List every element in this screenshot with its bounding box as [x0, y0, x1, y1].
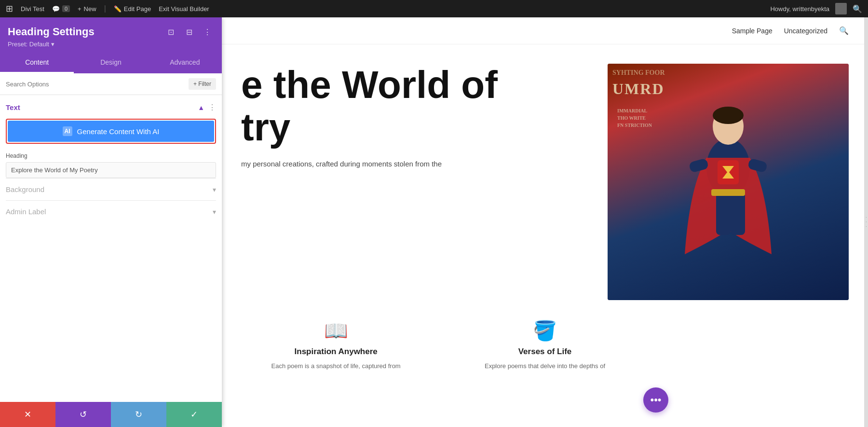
nav-sample-page[interactable]: Sample Page	[732, 27, 773, 35]
hero-image: SYHTING FOOR UMRD Immardial tho write fn…	[608, 64, 849, 300]
card-verses-icon: 🪣	[533, 319, 557, 342]
admin-label-header[interactable]: Admin Label ▾	[6, 207, 216, 216]
admin-bar-right: Howdy, writtenbyekta 🔍	[770, 3, 862, 14]
card-verses: 🪣 Verses of Life Explore poems that delv…	[450, 319, 639, 371]
admin-label-chevron-icon: ▾	[213, 208, 216, 216]
action-bar: ✕ ↺ ↻ ✓	[0, 402, 222, 427]
card-inspiration-icon: 📖	[324, 319, 348, 342]
admin-label-section: Admin Label ▾	[6, 200, 216, 222]
svg-rect-4	[716, 192, 731, 235]
text-section-header: Text ▲ ⋮	[6, 103, 216, 112]
site-header: Sample Page Uncategorized 🔍	[222, 17, 868, 44]
page-content: Sample Page Uncategorized 🔍 e the World …	[222, 17, 868, 427]
hero-description: my personal creations, crafted during mo…	[241, 158, 482, 170]
comments-link[interactable]: 💬 0	[52, 5, 70, 13]
edit-page-link[interactable]: ✏️ Edit Page	[114, 5, 151, 13]
new-link[interactable]: + New	[78, 5, 96, 13]
card-inspiration-desc: Each poem is a snapshot of life, capture…	[271, 361, 401, 371]
redo-button[interactable]: ↻	[111, 402, 166, 427]
filter-button[interactable]: + Filter	[189, 78, 216, 90]
search-bar: + Filter	[0, 73, 222, 95]
superman-figure	[675, 90, 781, 274]
fullscreen-icon[interactable]: ⊡	[164, 25, 177, 39]
panel-content: Text ▲ ⋮ AI Generate Content With AI Hea…	[0, 95, 222, 402]
card-inspiration-title: Inspiration Anywhere	[295, 347, 378, 357]
tab-advanced[interactable]: Advanced	[148, 53, 222, 73]
card-placeholder	[659, 319, 849, 371]
card-verses-title: Verses of Life	[518, 347, 572, 357]
heading-field-group: Heading	[6, 152, 216, 178]
background-section-header[interactable]: Background ▾	[6, 185, 216, 193]
tab-design[interactable]: Design	[74, 53, 148, 73]
hero-text: e the World oftry my personal creations,…	[241, 64, 588, 170]
cancel-button[interactable]: ✕	[0, 402, 55, 427]
floating-action-button[interactable]: •••	[643, 387, 668, 413]
cards-section: 📖 Inspiration Anywhere Each poem is a sn…	[222, 315, 868, 381]
comment-count: 0	[62, 5, 70, 12]
admin-bar: ⊞ Divi Test 💬 0 + New | ✏️ Edit Page Exi…	[0, 0, 868, 17]
exit-builder-link[interactable]: Exit Visual Builder	[159, 5, 209, 13]
background-title: Background	[6, 185, 44, 193]
site-name[interactable]: Divi Test	[21, 5, 44, 13]
heading-label: Heading	[6, 152, 216, 159]
ai-generate-button[interactable]: AI Generate Content With AI	[8, 121, 214, 142]
search-input[interactable]	[6, 81, 185, 88]
svg-rect-6	[711, 189, 745, 196]
text-section-more[interactable]: ⋮	[208, 103, 216, 112]
resize-handle[interactable]: · · ·	[864, 17, 868, 427]
user-avatar[interactable]	[835, 3, 847, 14]
split-view-icon[interactable]: ⊟	[182, 25, 196, 39]
main-layout: Heading Settings ⊡ ⊟ ⋮ Preset: Default ▾…	[0, 17, 868, 427]
ai-button-wrapper: AI Generate Content With AI	[6, 119, 216, 144]
site-nav: Sample Page Uncategorized 🔍	[732, 26, 849, 35]
nav-uncategorized[interactable]: Uncategorized	[784, 27, 827, 35]
panel-header: Heading Settings ⊡ ⊟ ⋮ Preset: Default ▾	[0, 17, 222, 53]
text-section-chevron[interactable]: ▲	[198, 104, 204, 111]
card-verses-desc: Explore poems that delve into the depths…	[485, 361, 605, 371]
site-search-icon[interactable]: 🔍	[839, 26, 849, 35]
hero-section: e the World oftry my personal creations,…	[222, 44, 868, 315]
save-button[interactable]: ✓	[166, 402, 222, 427]
settings-panel: Heading Settings ⊡ ⊟ ⋮ Preset: Default ▾…	[0, 17, 222, 427]
preset-selector[interactable]: Preset: Default ▾	[8, 41, 214, 48]
svg-point-2	[713, 107, 744, 124]
undo-button[interactable]: ↺	[55, 402, 111, 427]
background-chevron-icon: ▾	[213, 186, 216, 193]
user-greeting[interactable]: Howdy, writtenbyekta	[770, 5, 829, 13]
panel-title: Heading Settings	[8, 26, 95, 38]
admin-label-title: Admin Label	[6, 207, 46, 216]
search-admin-icon[interactable]: 🔍	[853, 4, 862, 14]
svg-rect-5	[731, 192, 745, 235]
tab-bar: Content Design Advanced	[0, 53, 222, 73]
text-section-title: Text	[6, 103, 20, 111]
heading-input[interactable]	[6, 162, 216, 178]
background-section: Background ▾	[6, 178, 216, 200]
ai-icon: AI	[63, 126, 72, 136]
hero-heading: e the World oftry	[241, 64, 588, 149]
wp-logo-icon[interactable]: ⊞	[6, 3, 13, 14]
more-options-icon[interactable]: ⋮	[201, 25, 214, 39]
tab-content[interactable]: Content	[0, 53, 74, 73]
card-inspiration: 📖 Inspiration Anywhere Each poem is a sn…	[241, 319, 431, 371]
preset-chevron-icon: ▾	[51, 41, 54, 48]
